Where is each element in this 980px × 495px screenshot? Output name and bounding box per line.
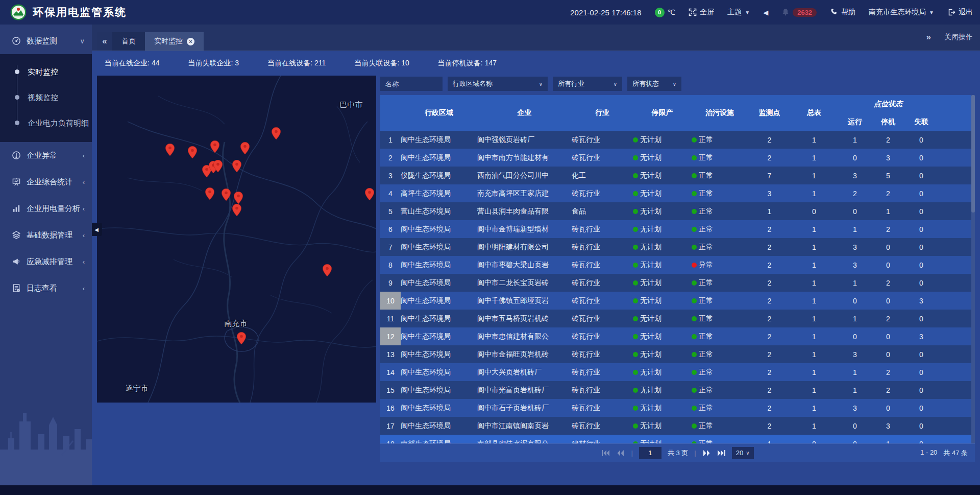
cell-offline: 0 — [903, 417, 939, 435]
cell-offline: 0 — [903, 399, 939, 417]
sidebar-item[interactable]: 企业综合统计‹ — [0, 169, 92, 195]
filter-bar: 行政区域名称 ∨ 所有行业 ∨ 所有状态 ∨ — [380, 77, 975, 91]
mute-button[interactable]: ◀ — [763, 9, 768, 16]
help-button[interactable]: 帮助 — [830, 8, 855, 17]
log-file-icon — [11, 283, 21, 293]
name-filter-input[interactable] — [380, 77, 443, 91]
cell-stop-plan: 无计划 — [633, 345, 692, 363]
table-row[interactable]: 18南部生态环境局南部县砌佳水泥有限公建材行业无计划正常10010 — [380, 435, 975, 443]
cell-running: 0 — [837, 202, 873, 220]
previous-page-button[interactable] — [616, 450, 625, 457]
status-dot-icon — [633, 370, 638, 375]
sidebar-subitem[interactable]: 企业电力负荷明细 — [0, 110, 92, 136]
cell-facility-status: 正常 — [692, 363, 748, 381]
sidebar-item[interactable]: 企业用电量分析‹ — [0, 195, 92, 222]
status-item: 当前失联设备:10 — [354, 59, 409, 68]
sidebar-item[interactable]: 日志查看‹ — [0, 275, 92, 301]
double-chevron-right-icon[interactable]: » — [926, 32, 931, 42]
map-pin[interactable] — [213, 160, 223, 173]
sidebar-item-label: 企业综合统计 — [27, 177, 83, 187]
map-pin[interactable] — [222, 188, 231, 201]
table-row[interactable]: 9阆中生态环境局阆中市二龙长宝页岩砖砖瓦行业无计划正常21120 — [380, 274, 975, 292]
cell-index: 2 — [380, 149, 401, 167]
table-row[interactable]: 8阆中生态环境局阆中市枣碧大梁山页岩砖瓦行业无计划异常21300 — [380, 256, 975, 274]
map-pin[interactable] — [210, 140, 219, 153]
status-filter-select[interactable]: 所有状态 ∨ — [627, 77, 681, 91]
cell-offline: 0 — [903, 256, 939, 274]
cell-facility-status: 正常 — [692, 167, 748, 184]
table-row[interactable]: 16阆中生态环境局阆中市石子页岩机砖厂砖瓦行业无计划正常21300 — [380, 399, 975, 417]
sidebar-item[interactable]: 企业异常‹ — [0, 142, 92, 169]
chevron-down-icon: ∨ — [539, 81, 543, 87]
logout-button[interactable]: 退出 — [947, 8, 973, 17]
map-pin[interactable] — [188, 146, 197, 159]
cell-company: 南部县砌佳水泥有限公 — [477, 435, 572, 443]
table-row[interactable]: 4高坪生态环境局南充市高坪区王家店建砖瓦行业无计划正常31220 — [380, 184, 975, 202]
map-pin[interactable] — [232, 204, 241, 217]
cell-stop-plan: 无计划 — [633, 363, 692, 381]
map-collapse-handle[interactable]: ◀ — [92, 223, 102, 236]
map-pin[interactable] — [234, 192, 243, 204]
table-row[interactable]: 15阆中生态环境局阆中市光富页岩机砖厂砖瓦行业无计划正常21120 — [380, 381, 975, 399]
last-page-button[interactable] — [717, 450, 726, 457]
tab-首页[interactable]: 首页 — [112, 32, 145, 51]
notification-count-badge: 2632 — [793, 8, 817, 17]
table-row[interactable]: 3仪陇生态环境局西南油气田分公司川中化工无计划正常71350 — [380, 167, 975, 184]
org-dropdown[interactable]: 南充市生态环境局 ▼ — [869, 8, 934, 17]
map-pin[interactable] — [165, 144, 175, 156]
close-icon[interactable]: × — [187, 38, 194, 45]
sidebar-item[interactable]: 数据监测∨ — [0, 28, 92, 54]
page-number-input[interactable] — [639, 447, 662, 459]
sidebar-item[interactable]: 基础数据管理‹ — [0, 222, 92, 248]
cell-region: 阆中生态环境局 — [401, 417, 477, 435]
close-operations-button[interactable]: 关闭操作 — [944, 33, 973, 42]
map-pin[interactable] — [323, 264, 332, 277]
map-pin[interactable] — [237, 332, 246, 345]
page-size-select[interactable]: 20 ∨ — [732, 447, 754, 459]
status-dot-icon — [692, 316, 697, 321]
cell-industry: 砖瓦行业 — [572, 381, 633, 399]
table-row[interactable]: 5营山生态环境局营山县润丰肉食品有限食品无计划正常10010 — [380, 202, 975, 220]
cell-halted: 1 — [873, 435, 903, 443]
table-row[interactable]: 14阆中生态环境局阆中大兴页岩机砖厂砖瓦行业无计划正常21120 — [380, 363, 975, 381]
table-row[interactable]: 1阆中生态环境局阆中强锐页岩砖厂砖瓦行业无计划正常21120 — [380, 131, 975, 149]
status-dot-icon — [692, 280, 697, 286]
sidebar-subitem-label: 实时监控 — [28, 67, 58, 77]
cell-facility-status: 正常 — [692, 345, 748, 363]
cell-halted: 2 — [873, 310, 903, 327]
cell-region: 阆中生态环境局 — [401, 131, 477, 149]
map-panel[interactable]: 巴中市南充市遂宁市 ◀ — [97, 76, 376, 403]
fullscreen-button[interactable]: 全屏 — [689, 8, 714, 17]
map-pin[interactable] — [272, 127, 281, 140]
table-row[interactable]: 2阆中生态环境局阆中市南方节能建材有砖瓦行业无计划正常21030 — [380, 149, 975, 167]
map-pin[interactable] — [240, 142, 250, 155]
first-page-button[interactable] — [601, 450, 610, 457]
table-row[interactable]: 12阆中生态环境局阆中市忠信建材有限公砖瓦行业无计划正常21003 — [380, 327, 975, 345]
tab-实时监控[interactable]: 实时监控× — [145, 32, 204, 51]
tabs-scroll-left-button[interactable]: « — [97, 32, 112, 51]
map-pin[interactable] — [232, 160, 241, 173]
cell-industry: 砖瓦行业 — [572, 131, 633, 149]
theme-dropdown[interactable]: 主题 ▼ — [727, 8, 750, 17]
table-row[interactable]: 10阆中生态环境局阆中千佛镇五郎垭页岩砖瓦行业无计划正常21003 — [380, 292, 975, 310]
industry-filter-select[interactable]: 所有行业 ∨ — [553, 77, 622, 91]
cell-company: 阆中市石子页岩机砖厂 — [477, 399, 572, 417]
table-row[interactable]: 11阆中生态环境局阆中市五马桥页岩机砖砖瓦行业无计划正常21120 — [380, 310, 975, 327]
sidebar-item[interactable]: 应急减排管理‹ — [0, 248, 92, 275]
cell-meter-total: 0 — [791, 202, 837, 220]
table-scrollbar[interactable] — [971, 95, 975, 443]
region-filter-select[interactable]: 行政区域名称 ∨ — [448, 77, 548, 91]
next-page-button[interactable] — [702, 450, 711, 457]
notifications[interactable]: 2632 — [781, 8, 817, 17]
column-subheader: 失联 — [903, 113, 939, 131]
table-row[interactable]: 17阆中生态环境局阆中市江南镇阆南页岩砖瓦行业无计划正常21030 — [380, 417, 975, 435]
table-row[interactable]: 6阆中生态环境局阆中市金博瑞新型墙材砖瓦行业无计划正常21120 — [380, 220, 975, 238]
table-row[interactable]: 13阆中生态环境局阆中市金福旺页岩机砖砖瓦行业无计划正常21300 — [380, 345, 975, 363]
sidebar-subitem[interactable]: 实时监控 — [0, 59, 92, 85]
cell-index: 16 — [380, 399, 401, 417]
cell-index: 15 — [380, 381, 401, 399]
sidebar-subitem[interactable]: 视频监控 — [0, 85, 92, 110]
map-pin[interactable] — [205, 187, 214, 200]
table-row[interactable]: 7阆中生态环境局阆中明阳建材有限公司砖瓦行业无计划正常21300 — [380, 238, 975, 256]
map-pin[interactable] — [365, 188, 374, 201]
